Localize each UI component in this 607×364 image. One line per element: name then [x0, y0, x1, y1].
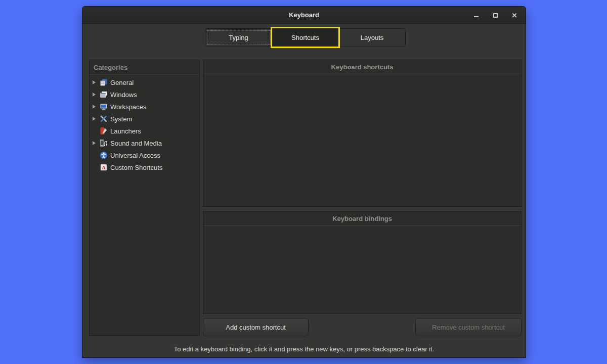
category-label: Custom Shortcuts — [110, 164, 162, 171]
status-bar: To edit a keyboard binding, click it and… — [82, 341, 526, 356]
workspaces-icon — [100, 103, 108, 111]
maximize-button[interactable] — [489, 9, 501, 21]
category-system[interactable]: System — [90, 113, 199, 125]
category-general[interactable]: General — [90, 76, 199, 88]
category-label: Windows — [110, 91, 137, 99]
tab-layouts[interactable]: Layouts — [339, 29, 405, 46]
category-label: Launchers — [110, 127, 141, 135]
system-icon — [100, 115, 108, 123]
tab-typing-label: Typing — [229, 34, 248, 41]
remove-custom-shortcut-button[interactable]: Remove custom shortcut — [415, 318, 522, 336]
category-label: System — [110, 115, 132, 123]
close-button[interactable]: ✕ — [508, 9, 521, 21]
tab-shortcuts[interactable]: Shortcuts — [272, 29, 339, 46]
minimize-icon — [474, 16, 479, 17]
windows-icon — [100, 90, 108, 99]
general-icon — [100, 78, 108, 86]
remove-custom-shortcut-label: Remove custom shortcut — [432, 324, 505, 331]
tab-bar: Typing Shortcuts Layouts — [205, 28, 406, 47]
titlebar[interactable]: Keyboard ✕ — [82, 7, 526, 24]
window-title: Keyboard — [289, 11, 319, 19]
keyboard-shortcuts-panel[interactable]: Keyboard shortcuts — [203, 60, 522, 207]
expander-arrow-icon[interactable] — [93, 117, 100, 121]
keyboard-shortcuts-header: Keyboard shortcuts — [203, 60, 521, 74]
add-custom-shortcut-button[interactable]: Add custom shortcut — [203, 318, 309, 336]
tab-shortcuts-label: Shortcuts — [291, 34, 319, 41]
tab-typing[interactable]: Typing — [205, 29, 272, 46]
maximize-icon — [493, 13, 498, 18]
tab-layouts-label: Layouts — [361, 34, 384, 41]
sound-media-icon — [100, 139, 108, 147]
svg-text:A: A — [102, 164, 106, 170]
categories-header: Categories — [90, 60, 199, 75]
expander-arrow-icon[interactable] — [93, 93, 100, 97]
category-sound-and-media[interactable]: Sound and Media — [90, 137, 199, 149]
keyboard-bindings-panel[interactable]: Keyboard bindings — [203, 211, 522, 314]
categories-tree: General Windows Workspa — [90, 75, 199, 173]
category-workspaces[interactable]: Workspaces — [90, 101, 199, 113]
launchers-icon — [100, 127, 108, 135]
universal-access-icon — [100, 151, 108, 159]
category-universal-access[interactable]: Universal Access — [90, 149, 199, 161]
keyboard-settings-window: Keyboard ✕ Typing Shortcuts Layouts Cate… — [82, 6, 526, 358]
category-label: Universal Access — [110, 152, 160, 159]
desktop: { "window": { "title": "Keyboard", "stat… — [0, 0, 607, 364]
status-text: To edit a keyboard binding, click it and… — [174, 345, 434, 353]
keyboard-bindings-header: Keyboard bindings — [203, 212, 521, 226]
add-custom-shortcut-label: Add custom shortcut — [226, 324, 286, 331]
expander-arrow-icon[interactable] — [93, 80, 100, 84]
category-label: Sound and Media — [110, 140, 162, 147]
category-label: Workspaces — [110, 103, 146, 111]
expander-arrow-icon[interactable] — [93, 141, 100, 145]
expander-arrow-icon[interactable] — [93, 105, 100, 109]
category-label: General — [110, 79, 134, 86]
custom-shortcuts-icon: A — [100, 163, 108, 171]
window-controls: ✕ — [470, 7, 521, 24]
minimize-button[interactable] — [470, 9, 482, 21]
categories-panel: Categories General Window — [89, 60, 200, 336]
category-custom-shortcuts[interactable]: A Custom Shortcuts — [90, 161, 199, 173]
close-icon: ✕ — [512, 12, 517, 19]
category-launchers[interactable]: Launchers — [90, 125, 199, 137]
category-windows[interactable]: Windows — [90, 88, 199, 101]
